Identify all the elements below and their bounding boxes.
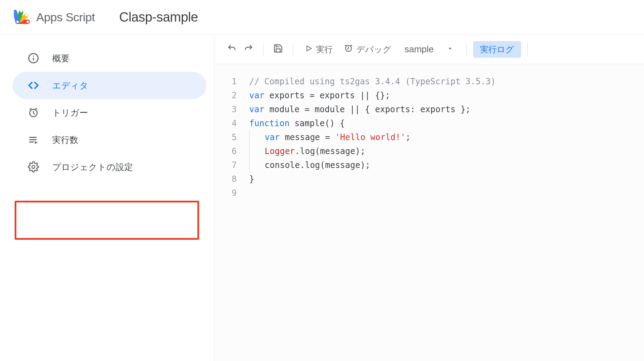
apps-script-logo-icon [14,9,31,26]
toolbar-separator [527,43,528,56]
code-area[interactable]: // Compiled using ts2gas 3.4.4 (TypeScri… [249,75,644,361]
dropdown-icon [446,44,454,55]
svg-point-17 [32,166,35,169]
product-name: Apps Script [36,10,95,24]
svg-point-11 [33,55,34,56]
code-line[interactable]: var exports = exports || {}; [249,89,644,102]
run-label: 実行 [316,44,333,55]
execution-log-button[interactable]: 実行ログ [473,41,521,58]
code-line[interactable]: console.log(message); [249,158,644,172]
project-title[interactable]: Clasp-sample [119,10,198,25]
sidebar-item-overview[interactable]: 概要 [13,45,206,72]
product-logo-wrap[interactable]: Apps Script [14,9,95,26]
gear-icon [27,161,40,173]
sidebar-item-editor[interactable]: エディタ [13,72,206,99]
line-number: 7 [214,158,237,172]
code-line[interactable] [249,186,644,200]
undo-button[interactable] [223,41,240,58]
sidebar-item-label: プロジェクトの設定 [52,161,133,173]
line-number: 5 [214,130,237,144]
sidebar-item-label: 概要 [52,53,70,64]
info-icon [27,52,40,64]
line-number: 4 [214,116,237,130]
playlist-icon [27,133,40,146]
svg-point-5 [26,21,29,23]
line-number: 6 [214,144,237,158]
line-number: 8 [214,172,237,186]
sidebar-item-label: 実行数 [52,134,78,146]
redo-icon [244,44,253,55]
code-line[interactable]: // Compiled using ts2gas 3.4.4 (TypeScri… [249,75,644,89]
header: Apps Script Clasp-sample [0,0,644,35]
sidebar: 概要エディタトリガー実行数プロジェクトの設定 [0,35,214,361]
code-line[interactable]: Logger.log(message); [249,144,644,158]
line-number: 2 [214,89,237,102]
undo-icon [227,44,237,55]
execution-log-label: 実行ログ [480,44,514,55]
run-button[interactable]: 実行 [299,41,338,58]
sidebar-item-label: エディタ [52,80,88,91]
sidebar-item-triggers[interactable]: トリガー [13,99,206,126]
save-icon [273,44,283,55]
sidebar-item-label: トリガー [52,107,88,118]
function-selected-name: sample [405,44,434,55]
svg-point-6 [25,14,28,16]
debug-icon [344,44,353,55]
main: 実行 デバッグ sample 実行ログ 123456789 // [214,35,644,361]
code-line[interactable]: function sample() { [249,116,644,130]
line-number: 9 [214,186,237,200]
save-button[interactable] [270,41,286,58]
svg-marker-16 [35,141,38,144]
redo-button[interactable] [240,41,257,58]
line-number: 3 [214,102,237,116]
svg-point-4 [16,21,19,23]
svg-marker-18 [307,46,312,51]
debug-label: デバッグ [356,44,391,55]
debug-button[interactable]: デバッグ [338,41,397,58]
code-line[interactable]: } [249,172,644,186]
sidebar-item-executions[interactable]: 実行数 [13,126,206,153]
alarm-icon [27,106,40,119]
line-gutter: 123456789 [214,75,249,361]
toolbar-separator [293,43,293,56]
code-editor[interactable]: 123456789 // Compiled using ts2gas 3.4.4… [214,64,644,361]
function-select[interactable]: sample [397,41,460,58]
sidebar-item-settings[interactable]: プロジェクトの設定 [13,153,206,180]
code-line[interactable]: var module = module || { exports: export… [249,102,644,116]
toolbar-separator [466,43,467,56]
code-icon [27,79,40,92]
toolbar: 実行 デバッグ sample 実行ログ [214,35,644,64]
line-number: 1 [214,75,237,89]
svg-point-7 [20,10,23,12]
play-icon [305,45,313,54]
toolbar-separator [263,43,264,56]
code-line[interactable]: var message = 'Hello world!'; [249,130,644,144]
